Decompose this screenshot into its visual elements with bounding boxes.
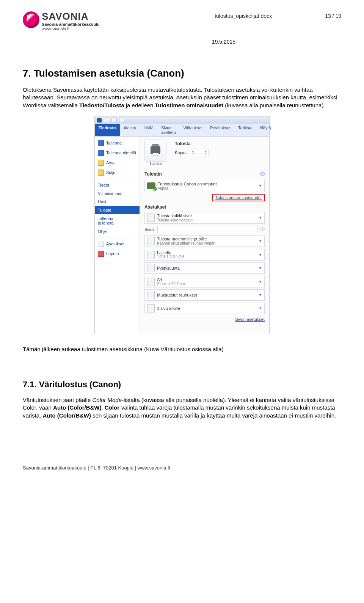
printer-ready-icon <box>147 182 155 189</box>
file-recent[interactable]: Viimeisimmät <box>95 189 140 198</box>
exit-icon <box>98 251 104 257</box>
chevron-down-icon: ▼ <box>259 306 262 310</box>
ribbon-tab-nayta[interactable]: Näytä <box>256 124 275 136</box>
spinner-buttons-icon[interactable]: ▲▼ <box>204 150 207 155</box>
pages-input[interactable] <box>157 226 258 233</box>
print-button-label: Tulosta <box>144 162 166 166</box>
qat-redo-icon[interactable] <box>119 118 124 123</box>
footer: Savonia-ammattikorkeakoulu | PL 6, 70201… <box>23 465 341 471</box>
chevron-down-icon: ▼ <box>259 266 262 270</box>
ribbon-tab-aloitus[interactable]: Aloitus <box>120 124 140 136</box>
ribbon-tab-lisaa[interactable]: Lisää <box>140 124 157 136</box>
printer-selector[interactable]: Turvatulostus Canon on vmprint Vapaa ▼ <box>144 180 265 192</box>
file-exit[interactable]: Lopeta <box>95 249 140 259</box>
option-duplex[interactable]: Tulosta molemmille puolilleKäännä sivut … <box>144 235 265 247</box>
section-tulostin: Tulostin <box>144 171 162 177</box>
ribbon-tab-viittaukset[interactable]: Viittaukset <box>180 124 207 136</box>
file-options[interactable]: Asetukset <box>95 239 140 249</box>
info-icon[interactable]: ⓘ <box>260 226 265 232</box>
logo-text: SAVONIA Savonia-ammattikorkeakoulu www.s… <box>42 11 100 31</box>
ribbon-tab-tiedosto[interactable]: Tiedosto <box>95 124 120 136</box>
ribbon-tab-sivun-asettelu[interactable]: Sivun asettelu <box>157 124 180 136</box>
section-asetukset: Asetukset <box>144 204 265 210</box>
option-paper-size[interactable]: A421 cm x 29,7 cm ▼ <box>144 276 265 287</box>
file-open[interactable]: Avaa <box>95 158 140 168</box>
file-save[interactable]: Tallenna <box>95 138 140 148</box>
file-info[interactable]: Tiedot <box>95 181 140 189</box>
paragraph-7-1: Väritulostuksen saat päälle Color Mode-l… <box>23 396 341 419</box>
option-pages-per-sheet[interactable]: 1 sivu arkille ▼ <box>144 303 265 314</box>
save-as-icon <box>98 150 104 156</box>
doc-filename: tulostus_opiskelijat.docx <box>215 13 272 19</box>
portrait-icon <box>147 264 155 272</box>
savonia-logo-icon <box>23 11 39 28</box>
print-button[interactable] <box>144 140 166 162</box>
open-icon <box>98 160 104 166</box>
heading-7: 7. Tulostamisen asetuksia (Canon) <box>23 68 341 79</box>
heading-7-1: 7.1. Väritulostus (Canon) <box>23 380 341 389</box>
word-screenshot: Tiedosto Aloitus Lisää Sivun asettelu Vi… <box>94 116 270 334</box>
word-ribbon: Tiedosto Aloitus Lisää Sivun asettelu Vi… <box>95 124 269 137</box>
chevron-down-icon: ▼ <box>259 280 262 284</box>
file-save-as[interactable]: Tallenna nimellä <box>95 148 140 158</box>
collate-icon <box>147 251 155 259</box>
doc-date: 19.5.2015 <box>106 39 341 45</box>
page-header: SAVONIA Savonia-ammattikorkeakoulu www.s… <box>23 11 341 31</box>
section-tulosta: Tulosta <box>175 141 209 146</box>
copies-label: Kopiot: <box>175 150 188 155</box>
file-help[interactable]: Ohje <box>95 227 140 236</box>
paragraph-after-screenshot: Tämän jälkeen aukeaa tulostimen asetusik… <box>23 345 341 353</box>
copies-value: 1 <box>192 150 194 155</box>
a4-icon <box>147 278 155 286</box>
chevron-down-icon: ▼ <box>259 239 262 243</box>
file-menu: Tallenna Tallenna nimellä Avaa Sulje Tie… <box>95 137 140 334</box>
printer-properties-link[interactable]: Tulostimen ominaisuudet <box>212 194 265 201</box>
option-margins[interactable]: Mukautetut reunukset ▼ <box>144 289 265 301</box>
copies-spinner[interactable]: 1 ▲▼ <box>190 149 209 156</box>
option-orientation[interactable]: Pystysuunta ▼ <box>144 262 265 274</box>
printer-icon <box>151 146 160 154</box>
qat-undo-icon[interactable] <box>111 118 117 123</box>
page-indicator: 13 / 19 <box>325 13 341 19</box>
page-setup-link[interactable]: Sivun asetukset <box>144 317 265 322</box>
logo-sub: Savonia-ammattikorkeakoulu <box>42 22 100 27</box>
logo-main: SAVONIA <box>42 11 100 21</box>
info-icon[interactable]: ⓘ <box>260 171 265 177</box>
printer-status: Vapaa <box>158 186 217 190</box>
one-page-icon <box>147 304 155 312</box>
option-print-all[interactable]: Tulosta kaikki sivutTulosta koko tiedost… <box>144 212 265 224</box>
ribbon-tab-tarkista[interactable]: Tarkista <box>234 124 256 136</box>
ribbon-tab-postitukset[interactable]: Postitukset <box>206 124 234 136</box>
logo-url: www.savonia.fi <box>42 27 100 31</box>
qat-save-icon[interactable] <box>104 118 109 123</box>
chevron-down-icon: ▼ <box>259 184 262 188</box>
print-pane: Tulosta Tulosta Kopiot: 1 ▲▼ Tulostin ⓘ <box>140 137 269 334</box>
file-close[interactable]: Sulje <box>95 168 140 177</box>
file-save-send[interactable]: Tallenna ja lähetä <box>95 214 140 227</box>
paragraph-7: Oletuksena Savoniassa käytetään kaksipuo… <box>23 86 341 109</box>
logo-block: SAVONIA Savonia-ammattikorkeakoulu www.s… <box>23 11 100 31</box>
option-collated[interactable]: Lajiteltu1;2;3 1;2;3 1;2;3 ▼ <box>144 249 265 261</box>
word-app-icon <box>97 118 102 122</box>
close-icon <box>98 170 104 176</box>
printer-name: Turvatulostus Canon on vmprint <box>158 182 217 186</box>
options-icon <box>98 241 104 247</box>
chevron-down-icon: ▼ <box>259 293 262 297</box>
pages-icon <box>147 214 155 222</box>
file-print[interactable]: Tulosta <box>95 206 140 214</box>
save-icon <box>98 140 104 146</box>
chevron-down-icon: ▼ <box>259 253 262 257</box>
doc-meta: tulostus_opiskelijat.docx 13 / 19 <box>215 11 341 19</box>
chevron-down-icon: ▼ <box>259 216 262 220</box>
margins-icon <box>147 291 155 299</box>
duplex-icon <box>147 237 155 245</box>
word-titlebar <box>95 116 269 124</box>
pages-label: Sivut: <box>144 227 155 232</box>
file-new[interactable]: Uusi <box>95 198 140 206</box>
